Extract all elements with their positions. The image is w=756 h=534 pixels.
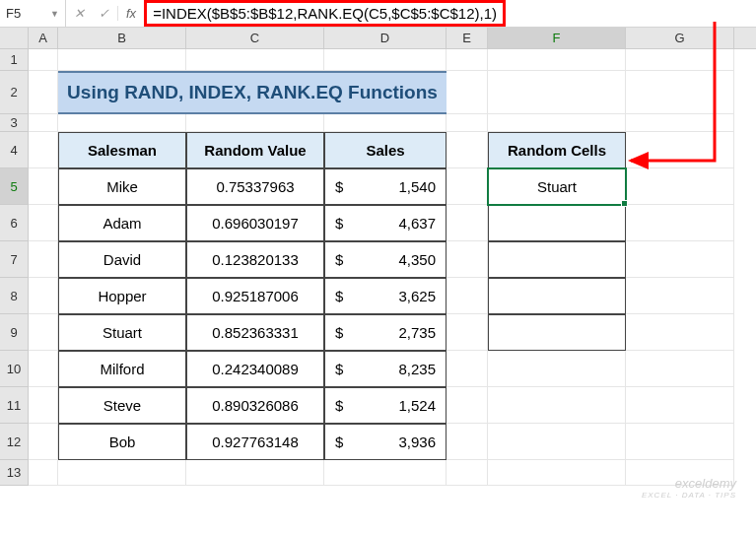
table-row: Steve0.890326086$1,524 (29, 387, 756, 424)
row-header-12[interactable]: 12 (0, 424, 29, 460)
col-header-B[interactable]: B (58, 28, 186, 48)
watermark-line1: exceldemy (642, 476, 736, 492)
table-row: Stuart0.852363331$2,735 (29, 314, 756, 351)
watermark-line2: EXCEL · DATA · TIPS (642, 491, 736, 501)
col-header-G[interactable]: G (626, 28, 734, 48)
cell-random-value[interactable]: 0.852363331 (186, 314, 324, 351)
cell-random-value[interactable]: 0.242340089 (186, 351, 324, 387)
col-header-F[interactable]: F (488, 28, 626, 48)
col-header-D[interactable]: D (324, 28, 447, 48)
table-row: Hopper0.925187006$3,625 (29, 278, 756, 314)
header-sales[interactable]: Sales (324, 132, 447, 168)
confirm-icon[interactable]: ✓ (99, 6, 109, 21)
row-header-10[interactable]: 10 (0, 351, 29, 387)
header-random-cells[interactable]: Random Cells (488, 132, 626, 168)
formula-input-wrap: =INDEX($B$5:$B$12,RANK.EQ(C5,$C$5:$C$12)… (144, 0, 756, 27)
cell-random-cells[interactable]: Stuart (488, 168, 626, 205)
col-header-C[interactable]: C (186, 28, 324, 48)
formula-buttons: ✕ ✓ (66, 6, 118, 21)
cell-random-value[interactable]: 0.927763148 (186, 424, 324, 460)
row-header-6[interactable]: 6 (0, 205, 29, 241)
cell-salesman[interactable]: Adam (58, 205, 186, 241)
cell-random-value[interactable]: 0.75337963 (186, 168, 324, 205)
cell-salesman[interactable]: Stuart (58, 314, 186, 351)
name-box-dropdown-icon[interactable]: ▼ (50, 9, 59, 19)
cell-sales[interactable]: $4,350 (324, 241, 447, 278)
table-row: David0.123820133$4,350 (29, 241, 756, 278)
table-row: Adam0.696030197$4,637 (29, 205, 756, 241)
formula-input[interactable]: =INDEX($B$5:$B$12,RANK.EQ(C5,$C$5:$C$12)… (144, 0, 506, 27)
table-row: Mike0.75337963$1,540Stuart (29, 168, 756, 205)
cell-sales[interactable]: $3,936 (324, 424, 447, 460)
row-header-13[interactable]: 13 (0, 460, 29, 486)
row-header-5[interactable]: 5 (0, 168, 29, 205)
cell-salesman[interactable]: Steve (58, 387, 186, 424)
watermark: exceldemy EXCEL · DATA · TIPS (642, 476, 736, 501)
col-header-E[interactable]: E (447, 28, 488, 48)
row-header-1[interactable]: 1 (0, 49, 29, 71)
cancel-icon[interactable]: ✕ (74, 6, 85, 21)
name-box[interactable]: F5 ▼ (0, 0, 66, 27)
cell-salesman[interactable]: Milford (58, 351, 186, 387)
row-header-7[interactable]: 7 (0, 241, 29, 278)
cells-area[interactable]: Using RAND, INDEX, RANK.EQ Functions Sal… (29, 49, 756, 486)
cell-random-cells[interactable] (488, 241, 626, 278)
fx-icon[interactable]: fx (118, 6, 144, 21)
cell-sales[interactable]: $4,637 (324, 205, 447, 241)
table-row: Bob0.927763148$3,936 (29, 424, 756, 460)
column-headers: A B C D E F G (0, 28, 756, 49)
cell-random-value[interactable]: 0.123820133 (186, 241, 324, 278)
select-all[interactable] (0, 28, 29, 48)
row-header-8[interactable]: 8 (0, 278, 29, 314)
cell-sales[interactable]: $8,235 (324, 351, 447, 387)
grid: 1 2 3 4 5 6 7 8 9 10 11 12 13 Using RAND… (0, 49, 756, 486)
cell-sales[interactable]: $1,540 (324, 168, 447, 205)
cell-random-cells[interactable] (488, 278, 626, 314)
cell-random-value[interactable]: 0.696030197 (186, 205, 324, 241)
row-header-2[interactable]: 2 (0, 71, 29, 114)
cell-sales[interactable]: $2,735 (324, 314, 447, 351)
cell-random-cells[interactable] (488, 205, 626, 241)
col-header-A[interactable]: A (29, 28, 58, 48)
row-headers: 1 2 3 4 5 6 7 8 9 10 11 12 13 (0, 49, 29, 486)
cell-sales[interactable]: $1,524 (324, 387, 447, 424)
cell-random-value[interactable]: 0.925187006 (186, 278, 324, 314)
table-row: Milford0.242340089$8,235 (29, 351, 756, 387)
name-box-value: F5 (6, 6, 21, 21)
row-header-4[interactable]: 4 (0, 132, 29, 168)
row-header-9[interactable]: 9 (0, 314, 29, 351)
cell-random-cells[interactable] (488, 314, 626, 351)
cell-random-value[interactable]: 0.890326086 (186, 387, 324, 424)
title-cell[interactable]: Using RAND, INDEX, RANK.EQ Functions (58, 71, 447, 114)
cell-salesman[interactable]: Mike (58, 168, 186, 205)
row-header-3[interactable]: 3 (0, 114, 29, 132)
fill-handle[interactable] (621, 200, 628, 207)
row-header-11[interactable]: 11 (0, 387, 29, 424)
cell-salesman[interactable]: David (58, 241, 186, 278)
cell-salesman[interactable]: Bob (58, 424, 186, 460)
cell-sales[interactable]: $3,625 (324, 278, 447, 314)
header-salesman[interactable]: Salesman (58, 132, 186, 168)
cell-salesman[interactable]: Hopper (58, 278, 186, 314)
header-random-value[interactable]: Random Value (186, 132, 324, 168)
formula-bar: F5 ▼ ✕ ✓ fx =INDEX($B$5:$B$12,RANK.EQ(C5… (0, 0, 756, 28)
